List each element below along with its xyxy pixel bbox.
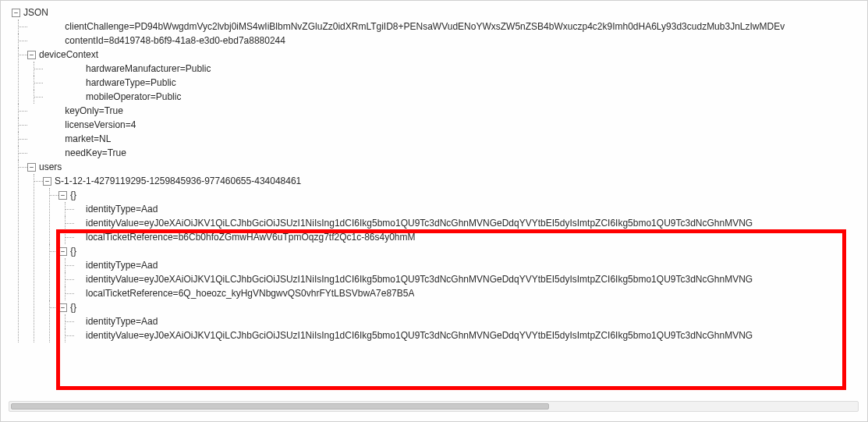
tree-row[interactable]: keyOnly=True — [27, 104, 868, 118]
node-kv: identityType=Aad — [86, 204, 158, 215]
tree-node-object: − {} identityType=Aad identityValue=eyJ0… — [43, 300, 868, 342]
tree-row[interactable]: identityType=Aad — [74, 258, 868, 272]
node-value: Aad — [141, 316, 158, 327]
toggle-icon[interactable]: − — [27, 51, 36, 59]
node-value: Aad — [141, 260, 158, 271]
node-label: S-1-12-1-4279119295-1259845936-977460655… — [55, 176, 301, 186]
tree-row[interactable]: − S-1-12-1-4279119295-1259845936-9774606… — [43, 174, 868, 188]
tree-row[interactable]: identityValue=eyJ0eXAiOiJKV1QiLCJhbGciOi… — [74, 272, 868, 286]
node-value: 6Q_hoeozc_kyHgVNbgwvQS0vhrFYtLBSVbwA7e87… — [179, 288, 415, 299]
node-value: True — [108, 147, 126, 158]
node-value: Aad — [141, 204, 158, 215]
tree-row[interactable]: contentId=8d419748-b6f9-41a8-e3d0-ebd7a8… — [27, 34, 868, 48]
node-kv: identityType=Aad — [86, 316, 158, 327]
tree-row[interactable]: licenseVersion=4 — [27, 118, 868, 132]
node-key: identityValue — [86, 274, 139, 285]
node-value: Public — [156, 91, 182, 102]
node-value: eyJ0eXAiOiJKV1QiLCJhbGciOiJSUzI1NiIsIng1… — [144, 218, 753, 229]
tree-row[interactable]: market=NL — [27, 132, 868, 146]
tree-node: − deviceContext hardwareManufacturer=Pub… — [12, 48, 868, 104]
toggle-icon[interactable]: − — [58, 191, 67, 200]
tree-node: identityValue=eyJ0eXAiOiJKV1QiLCJhbGciOi… — [58, 328, 868, 342]
node-value: 8d419748-b6f9-41a8-e3d0-ebd7a8880244 — [109, 35, 285, 46]
node-label: {} — [70, 302, 76, 313]
tree-node: needKey=True — [12, 146, 868, 160]
node-kv: identityValue=eyJ0eXAiOiJKV1QiLCJhbGciOi… — [86, 330, 753, 341]
node-kv: localTicketReference=b6Cb0hfoZGmwHAwV6uT… — [86, 232, 416, 243]
node-key: needKey — [65, 147, 101, 158]
tree-node: keyOnly=True — [12, 104, 868, 118]
node-value: eyJ0eXAiOiJKV1QiLCJhbGciOiJSUzI1NiIsIng1… — [144, 274, 753, 285]
tree-node: licenseVersion=4 — [12, 118, 868, 132]
tree-node: localTicketReference=6Q_hoeozc_kyHgVNbgw… — [58, 286, 868, 300]
tree-node: identityType=Aad — [58, 314, 868, 328]
node-key: identityValue — [86, 330, 139, 341]
tree-row[interactable]: identityValue=eyJ0eXAiOiJKV1QiLCJhbGciOi… — [74, 216, 868, 230]
tree-node: localTicketReference=b6Cb0hfoZGmwHAwV6uT… — [58, 230, 868, 244]
node-kv: localTicketReference=6Q_hoeozc_kyHgVNbgw… — [86, 288, 414, 299]
node-key: contentId — [65, 35, 103, 46]
horizontal-scrollbar[interactable] — [9, 401, 859, 412]
toggle-icon[interactable]: − — [12, 9, 20, 17]
tree-node: identityType=Aad — [58, 258, 868, 272]
scrollbar-thumb[interactable] — [11, 403, 549, 410]
tree-row[interactable]: − {} — [58, 244, 868, 258]
node-kv: identityValue=eyJ0eXAiOiJKV1QiLCJhbGciOi… — [86, 274, 753, 285]
node-label: {} — [70, 190, 76, 200]
toggle-icon[interactable]: − — [58, 303, 67, 312]
node-key: identityType — [86, 316, 136, 327]
toggle-icon[interactable]: − — [58, 247, 67, 256]
node-key: localTicketReference — [86, 232, 173, 243]
tree-row[interactable]: localTicketReference=6Q_hoeozc_kyHgVNbgw… — [74, 286, 868, 300]
node-label: users — [39, 161, 62, 172]
tree-node: market=NL — [12, 132, 868, 146]
node-value: eyJ0eXAiOiJKV1QiLCJhbGciOiJSUzI1NiIsIng1… — [144, 330, 753, 341]
tree-row[interactable]: identityType=Aad — [74, 314, 868, 328]
node-value: b6Cb0hfoZGmwHAwV6uTpmOqzg7tf2Qc1c-86s4y0… — [179, 232, 416, 243]
node-value: 4 — [131, 119, 136, 130]
tree-node-object: − {} identityType=Aad identityValue=eyJ0… — [43, 188, 868, 244]
node-kv: identityType=Aad — [86, 260, 158, 271]
tree-node: contentId=8d419748-b6f9-41a8-e3d0-ebd7a8… — [12, 34, 868, 48]
node-label: {} — [70, 246, 76, 257]
tree-row[interactable]: localTicketReference=b6Cb0hfoZGmwHAwV6uT… — [74, 230, 868, 244]
node-kv: identityValue=eyJ0eXAiOiJKV1QiLCJhbGciOi… — [86, 218, 753, 229]
node-key: identityType — [86, 260, 136, 271]
tree-node-users: − users − S-1-12-1-4279119295-1259845936… — [12, 160, 868, 342]
tree-row[interactable]: identityType=Aad — [74, 202, 868, 216]
tree-row[interactable]: − {} — [58, 188, 868, 202]
tree-row[interactable]: − {} — [58, 300, 868, 314]
tree-node: identityValue=eyJ0eXAiOiJKV1QiLCJhbGciOi… — [58, 272, 868, 286]
toggle-icon[interactable]: − — [43, 177, 51, 186]
tree-row[interactable]: mobileOperator=Public — [43, 90, 868, 104]
toggle-icon[interactable]: − — [27, 163, 36, 172]
node-key: identityValue — [86, 218, 139, 229]
tree-node-sid: − S-1-12-1-4279119295-1259845936-9774606… — [27, 174, 868, 342]
tree-row[interactable]: − users — [27, 160, 868, 174]
tree-node: identityValue=eyJ0eXAiOiJKV1QiLCJhbGciOi… — [58, 216, 868, 230]
node-value: Public — [186, 63, 211, 74]
node-key: localTicketReference — [86, 288, 173, 299]
tree-node: mobileOperator=Public — [27, 90, 868, 104]
tree-node-object: − {} identityType=Aad identityValue=eyJ0… — [43, 244, 868, 300]
tree-row[interactable]: identityValue=eyJ0eXAiOiJKV1QiLCJhbGciOi… — [74, 328, 868, 342]
tree-row[interactable]: needKey=True — [27, 146, 868, 160]
tree-node: identityType=Aad — [58, 202, 868, 216]
node-key: identityType — [86, 204, 136, 215]
tree-view: − JSON clientChallenge=PD94bWwgdmVyc2lvb… — [1, 1, 868, 342]
tree-node-root: − JSON clientChallenge=PD94bWwgdmVyc2lvb… — [7, 5, 868, 342]
